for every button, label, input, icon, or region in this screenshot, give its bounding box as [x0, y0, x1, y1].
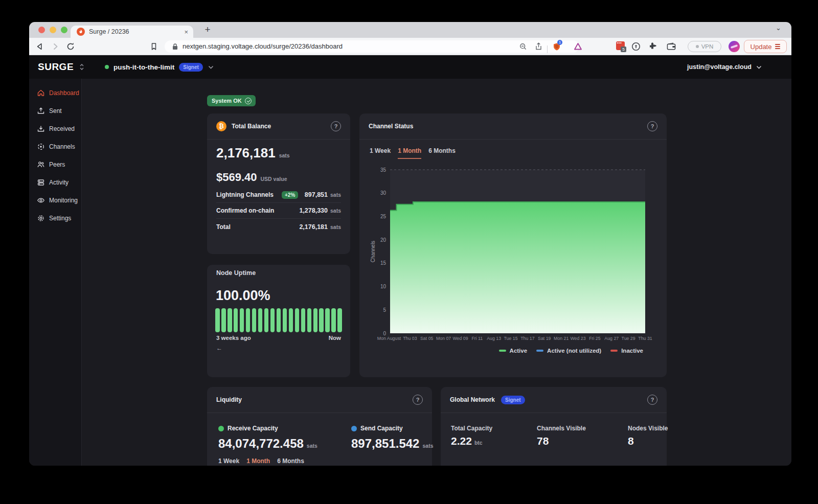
unit-label: sats — [279, 152, 290, 158]
svg-text:Fri 25: Fri 25 — [589, 336, 601, 341]
sidebar-item-label: Received — [49, 125, 75, 132]
help-icon[interactable]: ? — [647, 395, 657, 405]
app-header: SURGE push-it-to-the-limit Signet justin… — [29, 55, 791, 79]
tab-1-week[interactable]: 1 Week — [218, 457, 239, 466]
sidebar-item-channels[interactable]: Channels — [29, 138, 81, 155]
unit-label: sats — [307, 443, 317, 449]
zoom-out-icon[interactable] — [519, 43, 527, 51]
update-button[interactable]: Update — [744, 40, 787, 53]
card-title: Global Network — [450, 396, 495, 403]
app-logo: SURGE — [38, 61, 74, 73]
profile-avatar[interactable] — [729, 41, 740, 52]
bookmark-icon[interactable] — [149, 42, 158, 51]
tab-1-week[interactable]: 1 Week — [370, 147, 391, 159]
forward-button[interactable] — [51, 42, 60, 51]
share-icon[interactable] — [535, 42, 542, 51]
chart-legend: ActiveActive (not utilized)Inactive — [499, 348, 643, 354]
browser-window: Surge / 20236 × + ⌄ nextgen.staging.volt… — [29, 22, 791, 466]
card-title: Channel Status — [369, 123, 413, 130]
triangle-extension-icon[interactable] — [574, 43, 582, 50]
svg-text:Thu 03: Thu 03 — [403, 336, 417, 341]
legend-item: Active — [499, 348, 528, 354]
stat-value: 2.22btc — [451, 435, 492, 447]
peers-icon — [37, 161, 45, 169]
sidebar-item-settings[interactable]: Settings — [29, 209, 81, 227]
node-name: push-it-to-the-limit — [113, 63, 174, 71]
org-switcher-icon[interactable] — [79, 63, 84, 71]
tab-1-month[interactable]: 1 Month — [246, 457, 270, 466]
legend-item: Active (not utilized) — [536, 348, 601, 354]
sidebar-item-label: Peers — [49, 161, 65, 168]
uptime-bar — [228, 308, 232, 332]
tab-search-chevron-icon[interactable]: ⌄ — [776, 24, 781, 32]
balance-row-label: Lightning Channels — [216, 191, 274, 198]
menu-icon — [775, 44, 780, 49]
balance-row-value: 2,176,181sats — [299, 223, 341, 231]
time-range-tabs: 1 Week1 Month6 Months — [370, 147, 456, 159]
address-bar[interactable]: nextgen.staging.voltage.cloud/surge/2023… — [165, 40, 579, 53]
reload-button[interactable] — [66, 42, 75, 51]
browser-tab[interactable]: Surge / 20236 × — [71, 26, 193, 38]
help-icon[interactable]: ? — [413, 395, 423, 405]
svg-text:15: 15 — [380, 260, 387, 266]
uptime-back-arrow[interactable]: ← — [216, 345, 222, 352]
legend-label: Inactive — [621, 348, 643, 354]
extensions-puzzle-icon[interactable] — [648, 42, 657, 51]
svg-text:Tue 15: Tue 15 — [504, 336, 518, 341]
send-capacity-value: 897,851.542 — [351, 437, 419, 451]
back-button[interactable] — [35, 42, 44, 51]
uptime-bar — [313, 308, 318, 332]
sidebar-item-sent[interactable]: Sent — [29, 102, 81, 120]
receive-capacity-value: 84,074,772.458 — [218, 437, 304, 451]
help-icon[interactable]: ? — [647, 121, 657, 131]
svg-text:Tue 29: Tue 29 — [622, 336, 635, 341]
svg-text:5: 5 — [383, 307, 386, 313]
vpn-label: VPN — [701, 43, 714, 50]
adblock-badge: 5 — [621, 47, 626, 52]
svg-text:Sat 19: Sat 19 — [538, 336, 551, 341]
uptime-bars — [215, 308, 342, 332]
unit-label: sats — [422, 443, 433, 449]
sidebar-item-activity[interactable]: Activity — [29, 173, 81, 191]
channel-status-card: Channel Status ? 1 Week1 Month6 Months 0… — [359, 113, 667, 377]
send-dot-icon — [351, 426, 357, 431]
bitcoin-icon: ₿ — [216, 121, 226, 131]
window-minimize-button[interactable] — [50, 27, 56, 33]
window-close-button[interactable] — [38, 27, 45, 33]
vpn-button[interactable]: VPN — [688, 41, 721, 52]
tab-close-icon[interactable]: × — [184, 29, 188, 35]
browser-toolbar: nextgen.staging.voltage.cloud/surge/2023… — [29, 38, 791, 55]
sidebar-item-label: Activity — [49, 179, 69, 186]
sidebar-item-peers[interactable]: Peers — [29, 155, 81, 173]
global-network-card: Global Network Signet ? Total Capacity2.… — [441, 387, 667, 466]
wallet-icon[interactable] — [667, 42, 676, 51]
uptime-bar — [246, 308, 251, 332]
help-icon[interactable]: ? — [331, 121, 341, 131]
channels-icon — [37, 143, 45, 151]
node-status-dot — [105, 65, 109, 69]
stat-value: 78 — [537, 435, 586, 447]
uptime-range-start: 3 weeks ago — [216, 335, 251, 341]
account-menu[interactable]: justin@voltage.cloud — [687, 63, 762, 71]
account-chevron-icon — [756, 65, 762, 69]
node-switcher-chevron-icon[interactable] — [208, 65, 214, 69]
uptime-bar — [215, 308, 220, 332]
network-badge: Signet — [501, 396, 525, 404]
new-tab-button[interactable]: + — [201, 23, 214, 36]
window-zoom-button[interactable] — [61, 27, 67, 33]
tab-1-month[interactable]: 1 Month — [398, 147, 421, 159]
account-email: justin@voltage.cloud — [687, 63, 752, 71]
stat-label: Nodes Visible — [628, 425, 668, 432]
received-icon — [37, 125, 45, 133]
sidebar-item-monitoring[interactable]: Monitoring — [29, 191, 81, 209]
password-extension-icon[interactable] — [631, 42, 641, 51]
sidebar-item-label: Channels — [49, 143, 75, 150]
sidebar-item-received[interactable]: Received — [29, 120, 81, 138]
balance-row-label: Total — [216, 223, 231, 231]
usd-value: $569.40 — [216, 171, 257, 184]
tab-6-months[interactable]: 6 Months — [277, 457, 304, 466]
send-capacity-label: Send Capacity — [360, 425, 403, 432]
sidebar-item-dashboard[interactable]: Dashboard — [29, 84, 81, 102]
tab-6-months[interactable]: 6 Months — [428, 147, 456, 159]
sidebar-item-label: Sent — [49, 107, 62, 114]
